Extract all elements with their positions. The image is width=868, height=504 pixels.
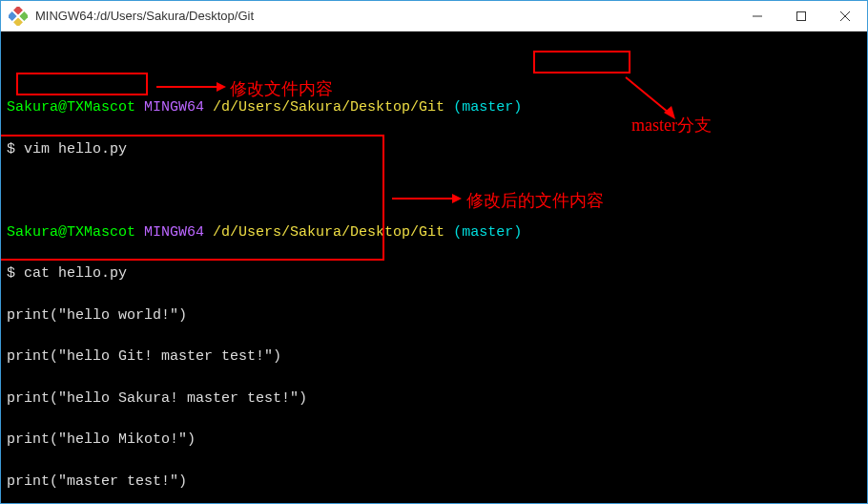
titlebar[interactable]: MINGW64:/d/Users/Sakura/Desktop/Git <box>1 1 867 32</box>
prompt-dollar: $ <box>7 141 15 158</box>
svg-marker-9 <box>217 82 226 92</box>
prompt-env: MINGW64 <box>144 99 204 116</box>
output-line: print("hello Mikoto!") <box>7 430 861 451</box>
app-icon <box>9 7 28 26</box>
prompt-branch: (master) <box>453 99 522 116</box>
terminal-area[interactable]: Sakura@TXMascot MINGW64 /d/Users/Sakura/… <box>1 32 867 503</box>
output-line: print("hello world!") <box>7 305 861 326</box>
prompt-line: Sakura@TXMascot MINGW64 /d/Users/Sakura/… <box>7 222 861 243</box>
window-controls <box>735 1 867 31</box>
maximize-button[interactable] <box>779 1 823 31</box>
output-line: print("hello Git! master test!") <box>7 346 861 368</box>
prompt-line: Sakura@TXMascot MINGW64 /d/Users/Sakura/… <box>7 97 861 118</box>
cmd-cat: cat hello.py <box>24 265 127 282</box>
close-button[interactable] <box>823 1 867 31</box>
command-line: $ cat hello.py <box>7 263 861 284</box>
svg-rect-1 <box>19 11 28 21</box>
output-line: print("master test!") <box>7 472 861 493</box>
terminal-window: MINGW64:/d/Users/Sakura/Desktop/Git Saku… <box>0 0 868 504</box>
prompt-path: /d/Users/Sakura/Desktop/Git <box>213 99 444 116</box>
minimize-button[interactable] <box>735 1 779 31</box>
arrow-icon <box>152 77 228 96</box>
prompt-user: Sakura@TXMascot <box>7 99 135 116</box>
svg-rect-0 <box>13 7 23 15</box>
command-line: $ vim hello.py <box>7 139 861 160</box>
svg-rect-5 <box>797 11 806 20</box>
window-title: MINGW64:/d/Users/Sakura/Desktop/Git <box>35 9 735 23</box>
svg-rect-2 <box>9 11 17 21</box>
output-line: print("hello Sakura! master test!") <box>7 388 861 410</box>
cmd-vim: vim hello.py <box>24 141 127 158</box>
svg-rect-3 <box>13 17 23 26</box>
